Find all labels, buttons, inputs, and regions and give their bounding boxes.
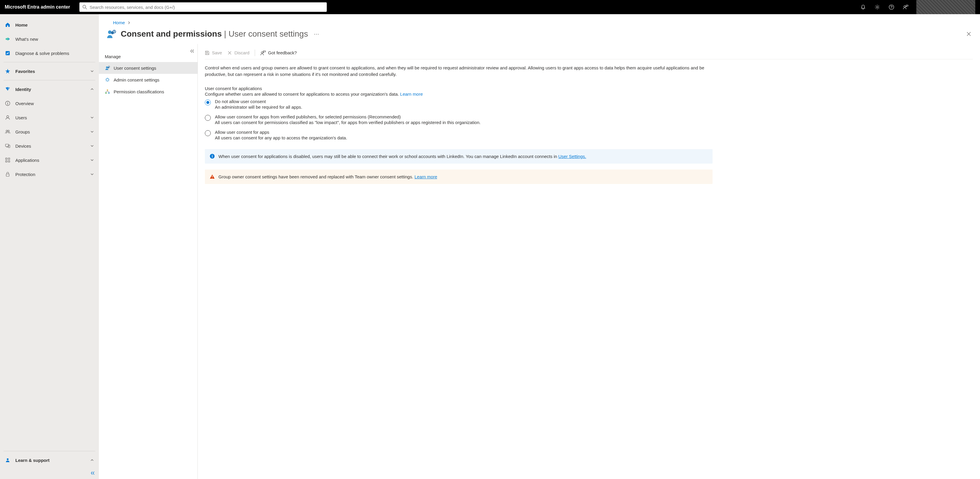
global-search[interactable] [80,2,327,12]
svg-point-35 [212,155,213,155]
learn-more-link[interactable]: Learn more [414,174,437,179]
svg-rect-32 [108,92,110,94]
svg-rect-20 [8,161,10,162]
settings-button[interactable] [870,0,885,14]
nav-label: Overview [15,101,34,106]
help-icon [889,5,894,10]
chevron-up-icon [90,458,94,462]
collapse-nav-button[interactable] [0,467,99,479]
svg-rect-17 [6,158,7,159]
chevron-down-icon [90,158,94,162]
svg-point-33 [261,52,263,53]
user-settings-link[interactable]: User Settings. [558,154,586,159]
chevron-down-icon [90,130,94,134]
menu-user-consent-settings[interactable]: User consent settings [99,62,197,74]
svg-rect-6 [9,38,10,40]
radio-allow-all[interactable]: Allow user consent for apps All users ca… [205,130,713,140]
group-icon [5,129,11,135]
svg-rect-19 [6,161,7,162]
radio-allow-verified[interactable]: Allow user consent for apps from verifie… [205,114,713,125]
learn-more-link[interactable]: Learn more [400,92,423,97]
radio-indicator [205,100,211,105]
close-blade-button[interactable] [965,30,973,38]
radio-label: Allow user consent for apps from verifie… [215,114,480,119]
megaphone-icon [5,36,11,42]
svg-point-0 [83,5,86,8]
save-button[interactable]: Save [205,50,222,55]
page-title: Consent and permissions | User consent s… [121,29,308,39]
help-button[interactable] [885,0,899,14]
nav-devices[interactable]: Devices [0,139,99,153]
nav-groups[interactable]: Groups [0,125,99,139]
nav-label: Protection [15,172,35,177]
search-input[interactable] [89,5,324,10]
section-label: User consent for applications [205,86,973,91]
svg-point-22 [7,458,9,460]
account-area[interactable] [916,0,975,14]
blade-menu: Manage User consent settings Admin conse… [99,44,198,479]
left-nav: Home What's new Diagnose & solve problem… [0,14,99,479]
top-actions [856,0,913,14]
nav-label: What's new [15,37,38,41]
svg-rect-37 [212,176,213,177]
svg-rect-31 [105,92,107,94]
chevron-right-icon [127,21,131,24]
save-icon [205,51,210,55]
svg-point-26 [106,67,108,68]
svg-rect-21 [6,174,9,176]
menu-admin-consent-settings[interactable]: Admin consent settings [99,74,197,86]
nav-favorites[interactable]: Favorites [0,64,99,78]
nav-label: Home [15,22,28,27]
menu-permission-classifications[interactable]: Permission classifications [99,86,197,97]
section-help: Configure whether users are allowed to c… [205,92,973,97]
radio-do-not-allow[interactable]: Do not allow user consent An administrat… [205,99,713,110]
nav-protection[interactable]: Protection [0,167,99,181]
svg-point-9 [7,102,8,103]
nav-label: Learn & support [15,458,49,463]
svg-point-29 [106,78,109,81]
menu-label: Permission classifications [114,89,164,94]
nav-users[interactable]: Users [0,110,99,125]
diagnose-icon [5,50,11,56]
got-feedback-button[interactable]: Got feedback? [260,50,297,56]
nav-identity[interactable]: Identity [0,82,99,96]
svg-line-1 [86,8,87,10]
warn-group-owner: Group owner consent settings have been r… [205,170,713,184]
svg-point-5 [904,6,905,7]
classification-icon [105,89,110,94]
blade-menu-group: Manage [99,51,197,62]
identity-icon [5,86,11,92]
command-bar: Save Discard Got feedback? [205,46,973,59]
bell-icon [861,5,866,10]
nav-label: Favorites [15,69,35,74]
nav-applications[interactable]: Applications [0,153,99,167]
discard-button[interactable]: Discard [227,50,250,55]
svg-point-12 [6,130,8,132]
svg-point-13 [8,130,10,132]
intro-text: Control when end users and group owners … [205,65,713,78]
svg-rect-18 [8,158,10,159]
feedback-button[interactable] [899,0,913,14]
devices-icon [5,143,11,149]
info-icon [210,154,215,159]
breadcrumb-home[interactable]: Home [113,20,125,25]
discard-icon [227,51,232,55]
nav-learn-support[interactable]: Learn & support [0,453,99,467]
nav-home[interactable]: Home [0,18,99,32]
nav-diagnose[interactable]: Diagnose & solve problems [0,46,99,60]
notifications-button[interactable] [856,0,870,14]
collapse-blade-menu-button[interactable] [190,49,194,53]
main-column: Home Consent and permissions | User cons… [99,14,980,479]
radio-description: An administrator will be required for al… [215,105,302,110]
person-feedback-icon [260,50,266,56]
nav-label: Users [15,115,27,120]
apps-icon [5,157,11,163]
svg-point-4 [891,8,892,9]
svg-point-3 [889,5,894,10]
info-icon [5,100,11,106]
nav-overview[interactable]: Overview [0,96,99,110]
more-actions-button[interactable]: ⋯ [312,30,321,38]
svg-rect-10 [7,103,8,105]
nav-whats-new[interactable]: What's new [0,32,99,46]
menu-label: Admin consent settings [114,77,159,83]
